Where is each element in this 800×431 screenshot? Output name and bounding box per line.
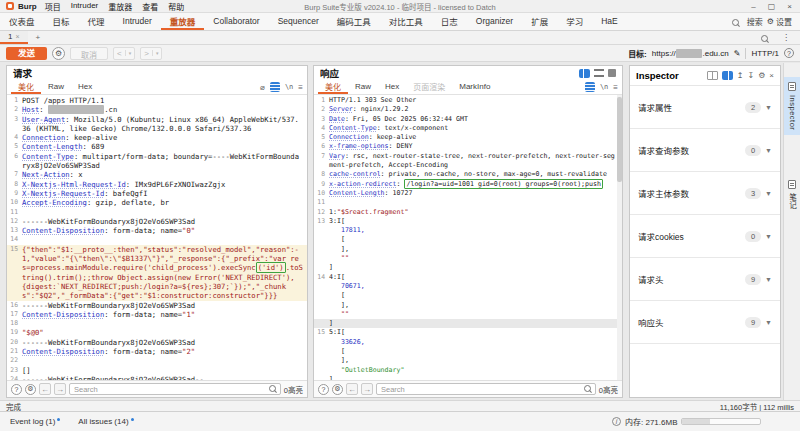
editor-tab-Hex[interactable]: Hex xyxy=(378,80,406,94)
tab-Organizer[interactable]: Organizer xyxy=(467,13,522,30)
global-search-button[interactable]: 搜索 xyxy=(736,16,763,27)
close-tab-icon[interactable]: × xyxy=(15,33,19,40)
editor-line: 24------WebKitFormBoundaryx8jO2eVo6SWP3S… xyxy=(7,375,307,380)
global-settings-button[interactable]: ⚙ 设置 xyxy=(767,16,792,27)
inspector-section-请求头[interactable]: 请求头9▼ xyxy=(630,258,780,301)
chevron-down-icon[interactable]: ▼ xyxy=(765,276,772,283)
expand-all-icon[interactable]: ↧ xyxy=(747,71,754,80)
inspector-layout-panes-icon[interactable] xyxy=(707,71,718,80)
tab-对比工具[interactable]: 对比工具 xyxy=(380,13,432,30)
more-options-icon[interactable]: ⋮ xyxy=(782,33,790,42)
editor-tab-美化[interactable]: 美化 xyxy=(318,80,348,94)
editor-tab-Raw[interactable]: Raw xyxy=(348,80,378,94)
menu-帮助[interactable]: 帮助 xyxy=(168,1,184,12)
forward-button[interactable]: >▾ xyxy=(140,47,162,60)
layout-columns-icon[interactable] xyxy=(579,69,590,78)
tab-目标[interactable]: 目标 xyxy=(44,13,79,30)
prev-match-button[interactable]: ← xyxy=(346,383,358,395)
editor-tab-MarkInfo[interactable]: MarkInfo xyxy=(452,80,497,94)
help-icon[interactable]: ? xyxy=(11,384,22,395)
search-icon[interactable] xyxy=(761,35,770,44)
inspector-section-请求查询参数[interactable]: 请求查询参数0▼ xyxy=(630,129,780,172)
line-number xyxy=(314,226,329,235)
editor-tab-Hex[interactable]: Hex xyxy=(71,80,99,94)
status-row: 完成 11,160字节 | 112 millis xyxy=(0,400,800,411)
editor-tab-Raw[interactable]: Raw xyxy=(41,80,71,94)
pretty-print-icon[interactable] xyxy=(270,82,280,92)
tab-仪表盘[interactable]: 仪表盘 xyxy=(0,13,44,30)
chevron-down-icon[interactable]: ▼ xyxy=(765,147,772,154)
request-editor[interactable]: 1POST /apps HTTP/1.12Host: .cn3User-Agen… xyxy=(7,95,307,380)
editor-tab-页面渲染[interactable]: 页面渲染 xyxy=(406,80,452,94)
collapse-all-icon[interactable]: ↥ xyxy=(737,71,744,80)
chevron-down-icon[interactable]: ▼ xyxy=(765,190,772,197)
next-match-button[interactable]: → xyxy=(361,383,373,395)
editor-menu-icon[interactable]: ≡ xyxy=(298,83,303,92)
tab-日志[interactable]: 日志 xyxy=(432,13,467,30)
tab-Collaborator[interactable]: Collaborator xyxy=(204,13,268,30)
tab-Sequencer[interactable]: Sequencer xyxy=(269,13,328,30)
pretty-print-icon[interactable] xyxy=(585,82,595,92)
editor-tab-美化[interactable]: 美化 xyxy=(11,80,41,94)
inspector-section-请求主体参数[interactable]: 请求主体参数3▼ xyxy=(630,172,780,215)
scrollbar[interactable] xyxy=(617,95,622,380)
tab-代理[interactable]: 代理 xyxy=(79,13,114,30)
scrollbar-thumb[interactable] xyxy=(617,97,622,182)
target-host[interactable]: https:// .edu.cn xyxy=(652,49,729,58)
tab-Intruder[interactable]: Intruder xyxy=(114,13,161,30)
tab-编码工具[interactable]: 编码工具 xyxy=(328,13,380,30)
close-button[interactable]: × xyxy=(787,2,792,11)
edit-target-icon[interactable]: ✎ xyxy=(734,49,741,58)
menu-Intruder[interactable]: Intruder xyxy=(71,1,99,12)
help-icon[interactable]: ? xyxy=(318,384,329,395)
search-icon xyxy=(584,385,592,393)
next-match-button[interactable]: → xyxy=(54,383,66,395)
all-issues-button[interactable]: All issues (14) xyxy=(78,417,133,426)
inspector-section-请求cookies[interactable]: 请求cookies0▼ xyxy=(630,215,780,258)
show-newlines-icon[interactable]: \n xyxy=(285,83,293,91)
send-button[interactable]: 发送 xyxy=(6,47,47,60)
prev-match-button[interactable]: ← xyxy=(39,383,51,395)
response-editor[interactable]: 1HTTP/1.1 303 See Other2Server: nginx/1.… xyxy=(314,95,622,380)
close-icon[interactable]: × xyxy=(769,71,774,80)
tab-扩展[interactable]: 扩展 xyxy=(522,13,557,30)
response-search-input[interactable] xyxy=(376,383,596,395)
layout-single-icon[interactable] xyxy=(608,69,616,77)
send-settings-button[interactable]: ⚙ xyxy=(52,47,65,60)
side-tab-inspector[interactable]: Inspector xyxy=(784,77,800,135)
add-tab-button[interactable]: + xyxy=(28,31,49,44)
search-settings-icon[interactable]: ⚙ xyxy=(25,384,36,395)
layout-rows-icon[interactable] xyxy=(594,69,604,77)
protocol-label[interactable]: HTTP/1 xyxy=(751,49,779,58)
show-newlines-icon[interactable]: \n xyxy=(600,83,608,91)
editor-menu-icon[interactable]: ≡ xyxy=(613,83,618,92)
inspector-panel: Inspector ↥ ↧ ⚙ × 请求属性2▼请求查询参数0▼请求主体参数3▼… xyxy=(629,65,781,398)
tab-HaE[interactable]: HaE xyxy=(592,13,627,30)
menu-项目[interactable]: 项目 xyxy=(45,1,61,12)
inspector-layout-selected-icon[interactable] xyxy=(722,71,733,80)
chevron-down-icon[interactable]: ▼ xyxy=(765,233,772,240)
hide-highlights-icon[interactable]: ⌀ xyxy=(260,83,265,92)
minimize-button[interactable]: – xyxy=(751,2,755,11)
back-button[interactable]: <▾ xyxy=(113,47,135,60)
editor-line: 3Date: Fri, 05 Dec 2025 06:32:44 GMT xyxy=(314,115,622,124)
tab-重放器[interactable]: 重放器 xyxy=(161,13,205,30)
side-tab-notes[interactable]: 笔记 xyxy=(784,175,800,214)
info-icon: i xyxy=(612,417,621,426)
menu-查看[interactable]: 查看 xyxy=(142,1,158,12)
chevron-down-icon[interactable]: ▼ xyxy=(765,319,772,326)
search-settings-icon[interactable]: ⚙ xyxy=(332,384,343,395)
inspector-section-请求属性[interactable]: 请求属性2▼ xyxy=(630,86,780,129)
help-icon[interactable]: ? xyxy=(784,48,794,58)
menu-burp[interactable]: Burp xyxy=(18,2,37,11)
repeater-tab-1[interactable]: 1 × xyxy=(0,31,28,44)
gear-icon[interactable]: ⚙ xyxy=(758,71,765,80)
request-search-input[interactable] xyxy=(69,383,281,395)
tab-学习[interactable]: 学习 xyxy=(557,13,592,30)
cancel-button[interactable]: 取消 xyxy=(70,47,108,60)
maximize-button[interactable]: ▢ xyxy=(768,2,776,11)
menu-重放器[interactable]: 重放器 xyxy=(108,1,132,12)
inspector-section-响应头[interactable]: 响应头9▼ xyxy=(630,301,780,344)
chevron-down-icon[interactable]: ▼ xyxy=(765,104,772,111)
event-log-button[interactable]: Event log (1) xyxy=(10,417,60,426)
